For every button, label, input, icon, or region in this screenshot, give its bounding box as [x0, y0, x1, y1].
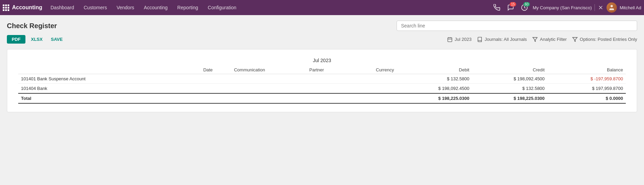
book-icon: [477, 37, 482, 42]
cell-account: 101401 Bank Suspense Account: [18, 74, 200, 84]
cell-total-credit: $ 198,225.0300: [472, 93, 547, 103]
col-credit: Credit: [472, 66, 547, 74]
svg-rect-4: [448, 37, 452, 42]
nav-reporting[interactable]: Reporting: [173, 3, 202, 12]
nav-dashboard[interactable]: Dashboard: [46, 3, 78, 12]
content-area: Check Register PDF XLSX SAVE Jul 2023 Jo…: [0, 15, 644, 185]
nav-accounting[interactable]: Accounting: [140, 3, 172, 12]
nav-vendors[interactable]: Vendors: [112, 3, 138, 12]
navbar: Accounting Dashboard Customers Vendors A…: [0, 0, 644, 15]
cell-credit: $ 132.5800: [472, 84, 547, 94]
options-filter[interactable]: Options: Posted Entries Only: [572, 37, 637, 42]
xlsx-button[interactable]: XLSX: [28, 35, 45, 44]
nav-customers[interactable]: Customers: [80, 3, 111, 12]
options-filter-icon: [572, 37, 578, 42]
page-header: Check Register: [7, 21, 637, 31]
timer-badge: 60: [523, 2, 530, 7]
nav-configuration[interactable]: Configuration: [204, 3, 241, 12]
messages-badge: 15: [510, 2, 516, 7]
cell-currency: [348, 84, 397, 94]
nav-divider: [595, 4, 595, 11]
table-total-row: Total $ 198,225.0300 $ 198,225.0300 $ 0.…: [18, 93, 626, 103]
messages-icon-btn[interactable]: 15: [505, 2, 516, 13]
col-balance: Balance: [547, 66, 626, 74]
cell-date: [200, 74, 231, 84]
journals-filter[interactable]: Journals: All Journals: [477, 37, 527, 42]
save-button[interactable]: SAVE: [48, 35, 65, 44]
report-container: Jul 2023 Date Communication Partner Curr…: [7, 49, 637, 112]
apps-icon: [3, 4, 9, 11]
report-table: Date Communication Partner Currency Debi…: [18, 66, 626, 104]
avatar[interactable]: [607, 2, 617, 13]
app-brand[interactable]: Accounting: [3, 4, 42, 11]
cell-date: [200, 84, 231, 94]
filter-icon: [532, 37, 538, 42]
cell-debit: $ 198,092.4500: [397, 84, 472, 94]
period-label: Jul 2023: [455, 37, 471, 42]
col-communication: Communication: [231, 66, 307, 74]
cell-partner: [307, 84, 348, 94]
cell-total-label: Total: [18, 93, 397, 103]
col-date: Date: [200, 66, 231, 74]
cell-partner: [307, 74, 348, 84]
col-partner: Partner: [307, 66, 348, 74]
close-icon[interactable]: [598, 4, 604, 11]
company-name[interactable]: My Company (San Francisco): [533, 5, 592, 10]
svg-marker-8: [573, 37, 577, 42]
cell-balance: $ -197,959.8700: [547, 74, 626, 84]
page-title: Check Register: [7, 22, 57, 30]
cell-communication: [231, 84, 307, 94]
toolbar-filters: Jul 2023 Journals: All Journals Analytic…: [447, 37, 637, 42]
journals-label: Journals: All Journals: [485, 37, 527, 42]
col-debit: Debit: [397, 66, 472, 74]
cell-total-balance: $ 0.0000: [547, 93, 626, 103]
cell-communication: [231, 74, 307, 84]
analytic-label: Analytic Filter: [540, 37, 567, 42]
search-input[interactable]: [397, 21, 637, 31]
col-currency: Currency: [348, 66, 397, 74]
svg-point-3: [611, 5, 613, 8]
toolbar: PDF XLSX SAVE Jul 2023 Journals: All Jou…: [7, 35, 637, 44]
options-label: Options: Posted Entries Only: [580, 37, 637, 42]
cell-total-debit: $ 198,225.0300: [397, 93, 472, 103]
phone-icon-btn[interactable]: [491, 2, 502, 13]
table-row[interactable]: 101401 Bank Suspense Account $ 132.5800 …: [18, 74, 626, 84]
pdf-button[interactable]: PDF: [7, 35, 25, 44]
period-filter[interactable]: Jul 2023: [447, 37, 471, 42]
cell-debit: $ 132.5800: [397, 74, 472, 84]
cell-account: 101404 Bank: [18, 84, 200, 94]
table-header-row: Date Communication Partner Currency Debi…: [18, 66, 626, 74]
col-account: [18, 66, 200, 74]
brand-label: Accounting: [12, 4, 42, 11]
calendar-icon: [447, 37, 453, 42]
table-row[interactable]: 101404 Bank $ 198,092.4500 $ 132.5800 $ …: [18, 84, 626, 94]
user-name: Mitchell Ad: [620, 5, 641, 10]
timer-icon-btn[interactable]: 60: [519, 2, 530, 13]
cell-balance: $ 197,959.8700: [547, 84, 626, 94]
cell-credit: $ 198,092.4500: [472, 74, 547, 84]
cell-currency: [348, 74, 397, 84]
report-period: Jul 2023: [18, 58, 626, 63]
search-bar: [397, 21, 637, 31]
analytic-filter[interactable]: Analytic Filter: [532, 37, 567, 42]
navbar-right: 15 60 My Company (San Francisco) Mitchel…: [491, 2, 641, 13]
